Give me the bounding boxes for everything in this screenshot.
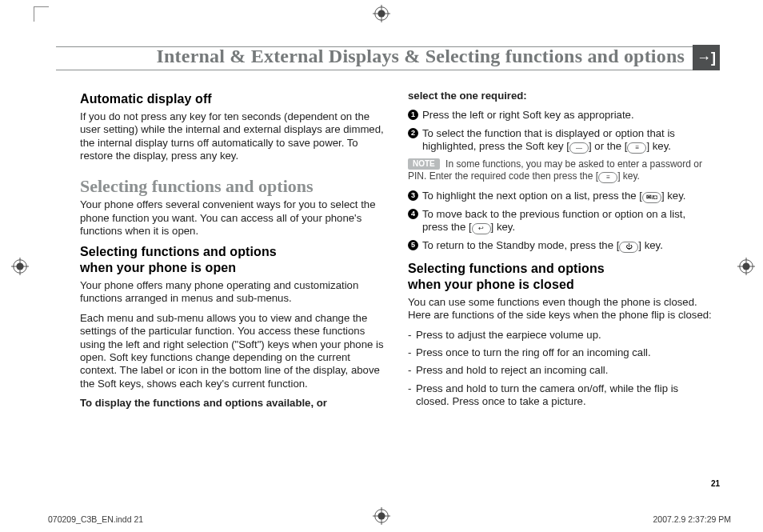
column-left: Automatic display off If you do not pres…: [80, 88, 384, 416]
menu-key-icon: ≡: [627, 142, 646, 154]
step-5-text-a: To return to the Standby mode, press the…: [422, 239, 619, 251]
registration-mark-right: [737, 258, 755, 275]
closed-list: Press to adjust the earpiece volume up. …: [408, 329, 712, 409]
footer-timestamp: 2007.2.9 2:37:29 PM: [653, 514, 732, 524]
soft-key-icon: —: [569, 142, 589, 154]
note-line: NOTE In some functions, you may be asked…: [408, 158, 712, 183]
footer-file: 070209_C3B_EN.indd 21: [48, 514, 143, 524]
closed-item-0: Press to adjust the earpiece volume up.: [408, 329, 712, 342]
registration-mark-left: [11, 258, 29, 275]
end-key-icon: ⏻: [619, 242, 638, 253]
cancel-key-icon: ↩: [472, 223, 491, 234]
note-text-b: ] key.: [617, 170, 640, 182]
heading-open-line2: when your phone is open: [80, 260, 384, 276]
paragraph-auto-display-off: If you do not press any key for ten seco…: [80, 110, 384, 162]
step-4-text-a: To move back to the previous function or…: [422, 208, 685, 233]
step-number-3: 3: [408, 190, 418, 201]
step-4-text-b: ] key.: [491, 221, 516, 233]
step-5-text-b: ] key.: [638, 239, 663, 251]
step-number-5: 5: [408, 240, 418, 250]
column-right: select the one required: 1 Press the lef…: [408, 88, 712, 416]
page-number: 21: [711, 479, 720, 488]
heading-closed-line1: Selecting functions and options: [408, 261, 712, 277]
step-3-text-a: To highlight the next option on a list, …: [422, 190, 642, 202]
menu-key-icon-2: ≡: [598, 172, 617, 183]
step-number-4: 4: [408, 209, 418, 219]
paragraph-closed-intro: You can use some functions even though t…: [408, 296, 712, 322]
steps-list-continued: 3 To highlight the next option on a list…: [408, 190, 712, 253]
registration-mark-bottom: [373, 507, 390, 525]
step-2-text-b: ] or the [: [589, 140, 627, 152]
page-body: Automatic display off If you do not pres…: [38, 8, 728, 498]
paragraph-select-intro: Your phone offers several convenient way…: [80, 198, 384, 238]
heading-auto-display-off: Automatic display off: [80, 91, 384, 107]
step-3: 3 To highlight the next option on a list…: [408, 190, 712, 203]
message-camera-key-icon: ✉/◘: [642, 192, 661, 203]
heading-closed-line2: when your phone is closed: [408, 277, 712, 293]
closed-item-3: Press and hold to turn the camera on/off…: [408, 382, 712, 409]
heading-selecting-functions: Selecting functions and options: [80, 177, 384, 195]
heading-open-line1: Selecting functions and options: [80, 244, 384, 260]
closed-item-2: Press and hold to reject an incoming cal…: [408, 364, 712, 377]
note-text-a: In some functions, you may be asked to e…: [408, 158, 702, 182]
step-1-text: Press the left or right Soft key as appr…: [422, 109, 634, 121]
step-number-2: 2: [408, 128, 418, 138]
step-number-1: 1: [408, 110, 418, 120]
step-3-text-b: ] key.: [661, 190, 686, 202]
step-2: 2 To select the function that is display…: [408, 127, 712, 154]
step-5: 5 To return to the Standby mode, press t…: [408, 239, 712, 253]
step-2-text-c: ] key.: [646, 140, 671, 152]
paragraph-open-lead: To display the functions and options ava…: [80, 397, 384, 410]
paragraph-open-1: Your phone offers many phone operating a…: [80, 279, 384, 306]
closed-item-1: Press once to turn the ring off for an i…: [408, 346, 712, 359]
paragraph-open-2: Each menu and sub-menu allows you to vie…: [80, 312, 384, 390]
step-1: 1 Press the left or right Soft key as ap…: [408, 109, 712, 122]
heading-continue: select the one required:: [408, 90, 712, 102]
steps-list: 1 Press the left or right Soft key as ap…: [408, 109, 712, 154]
note-badge: NOTE: [408, 158, 440, 170]
step-4: 4 To move back to the previous function …: [408, 208, 712, 234]
